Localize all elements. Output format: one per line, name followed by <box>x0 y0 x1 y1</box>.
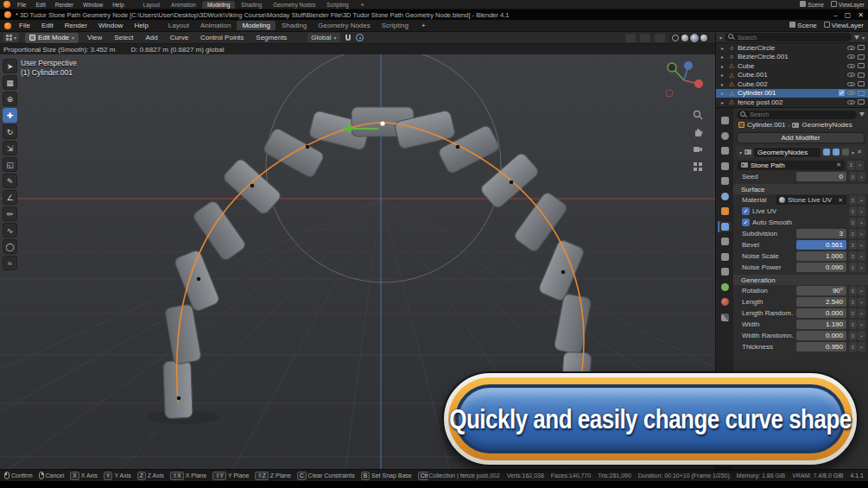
camera-view-icon[interactable] <box>693 144 703 155</box>
input-attribute-toggle[interactable]: ≡ <box>849 240 857 250</box>
visibility-eye-icon[interactable] <box>847 54 855 59</box>
particles-tab[interactable] <box>718 236 732 247</box>
unlink-icon[interactable]: ✕ <box>836 162 841 168</box>
viewport-menu-item[interactable]: Curve <box>168 34 191 41</box>
menu-item[interactable]: Render <box>62 22 90 29</box>
close-button[interactable]: ✕ <box>858 11 864 19</box>
input-attribute-toggle[interactable]: ≡ <box>849 342 857 352</box>
disclosure-icon[interactable]: ▸ <box>721 90 725 96</box>
realtime-display-toggle[interactable] <box>833 149 839 155</box>
outliner-row[interactable]: ▸ ○ BézierCircle <box>716 43 868 53</box>
workspace-tab[interactable]: Modeling <box>237 21 275 30</box>
menu-item[interactable]: Help <box>110 2 126 8</box>
viewport-disable-icon[interactable] <box>858 99 865 105</box>
radius-tool[interactable]: ◯ <box>3 239 17 254</box>
gizmo-dropdown[interactable] <box>640 34 650 42</box>
editor-type-button[interactable]: ▾ <box>3 33 19 42</box>
decorate-icon[interactable]: • <box>858 286 865 295</box>
menu-item[interactable]: File <box>15 2 29 8</box>
viewport-menu-item[interactable]: Select <box>111 34 136 41</box>
section-header[interactable]: Surface <box>733 184 868 194</box>
workspace-tab[interactable]: Geometry Nodes <box>268 1 320 9</box>
decorate-icon[interactable]: • <box>858 195 865 205</box>
outliner-row[interactable]: ▸ △ Cylinder.001 <box>716 89 868 98</box>
viewport-disable-icon[interactable] <box>858 73 865 78</box>
solid-shading-icon[interactable] <box>681 35 688 41</box>
rendered-shading-icon[interactable] <box>700 35 707 41</box>
workspace-tab[interactable]: Animation <box>166 1 201 9</box>
checkbox-checked[interactable]: ✓ <box>742 207 750 215</box>
material-preview-icon[interactable] <box>691 35 698 41</box>
overlays-dropdown[interactable] <box>655 34 665 42</box>
workspace-tab[interactable]: Scripting <box>321 1 353 9</box>
tool-tab[interactable] <box>718 115 732 126</box>
workspace-tab[interactable]: Scripting <box>377 21 414 30</box>
tweak-tool[interactable]: ➤ <box>3 59 17 73</box>
add-workspace-button[interactable]: + <box>419 22 428 29</box>
add-workspace-button[interactable]: + <box>358 2 367 8</box>
viewport-disable-icon[interactable] <box>858 63 865 68</box>
properties-search-input[interactable] <box>750 111 853 117</box>
wireframe-shading-icon[interactable] <box>672 35 679 41</box>
constraints-tab[interactable] <box>718 266 732 277</box>
outliner-search-input[interactable] <box>738 35 848 41</box>
proportional-editing-icon[interactable] <box>356 34 364 41</box>
orientation-selector[interactable]: Global ▾ <box>307 33 339 42</box>
workspace-tab[interactable]: Layout <box>163 21 194 30</box>
decorate-icon[interactable]: • <box>858 218 865 227</box>
output-tab[interactable] <box>718 145 732 156</box>
view-layer-selector[interactable]: ViewLayer <box>831 1 865 8</box>
input-attribute-toggle[interactable]: ≡ <box>849 297 857 307</box>
curve-pen-tool[interactable]: ∿ <box>3 223 17 238</box>
visibility-eye-icon[interactable] <box>847 100 855 105</box>
outliner-row[interactable]: ▸ △ Cube.002 <box>716 79 868 89</box>
edit-mode-display-toggle[interactable] <box>823 149 830 155</box>
menu-item[interactable]: File <box>16 22 33 29</box>
disclosure-icon[interactable]: ▸ <box>721 63 725 69</box>
value-field[interactable]: 0 <box>796 172 846 181</box>
value-field[interactable]: 1.190 <box>796 320 846 329</box>
viewport-disable-icon[interactable] <box>858 91 865 96</box>
menu-item[interactable]: Edit <box>39 22 56 29</box>
x-axis-ball[interactable] <box>694 79 703 88</box>
input-attribute-toggle[interactable]: ≡ <box>849 251 857 261</box>
value-field[interactable]: 3 <box>796 229 846 238</box>
render-display-toggle[interactable] <box>842 149 849 155</box>
value-field[interactable]: 0.090 <box>796 263 846 272</box>
menu-item[interactable]: Edit <box>33 2 48 8</box>
menu-item[interactable]: Window <box>80 2 105 8</box>
decorate-icon[interactable]: • <box>858 229 865 238</box>
workspace-tab[interactable]: Shading <box>276 21 312 30</box>
pan-hand-icon[interactable] <box>693 127 703 137</box>
rotate-tool[interactable]: ↻ <box>3 124 17 139</box>
neg-axis-ball[interactable] <box>666 90 673 97</box>
scene-selector[interactable]: Scene <box>800 1 823 8</box>
decorate-icon[interactable]: • <box>856 161 864 170</box>
decorate-icon[interactable]: • <box>858 172 865 181</box>
workspace-tab[interactable]: Shading <box>236 1 267 9</box>
input-attribute-toggle[interactable]: ≡ <box>849 320 857 329</box>
select-box-tool[interactable]: ▦ <box>3 75 17 90</box>
material-tab[interactable] <box>718 296 732 307</box>
measure-tool[interactable]: ∠ <box>3 190 17 205</box>
input-attribute-toggle[interactable]: ≡ <box>847 161 855 170</box>
decorate-icon[interactable]: • <box>858 206 865 216</box>
input-attribute-toggle[interactable]: ≡ <box>849 229 857 238</box>
value-field[interactable]: 0.000 <box>796 331 846 340</box>
outliner-options-icon[interactable]: ▾ <box>862 35 865 41</box>
snap-magnet-icon[interactable] <box>345 35 351 41</box>
value-field[interactable]: 1.000 <box>796 251 846 261</box>
decorate-icon[interactable]: • <box>858 263 865 272</box>
workspace-tab[interactable]: Layout <box>138 1 166 9</box>
menu-item[interactable]: Help <box>131 22 150 29</box>
disclosure-icon[interactable]: ▸ <box>721 54 725 60</box>
menu-item[interactable]: Window <box>96 22 125 29</box>
modifiers-tab[interactable] <box>718 221 732 232</box>
decorate-icon[interactable]: • <box>858 320 865 329</box>
viewport-menu-item[interactable]: View <box>85 34 105 41</box>
texture-tab[interactable] <box>718 312 732 323</box>
render-tab[interactable] <box>718 130 732 142</box>
scene-selector[interactable]: Scene <box>789 22 817 29</box>
outliner-row[interactable]: ▸ ○ BézierCircle.001 <box>716 53 868 62</box>
minimize-button[interactable]: – <box>833 11 837 19</box>
